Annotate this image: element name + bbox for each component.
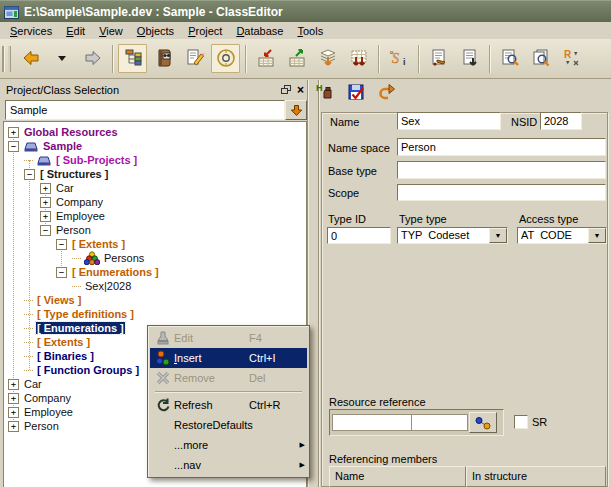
class-tree-button[interactable] [118,44,147,73]
nsid-input[interactable] [540,112,582,130]
r-nav-button[interactable]: R [557,44,586,73]
context-item-more[interactable]: ...more▶ [150,435,307,455]
tree-line [24,370,33,371]
access-type-dropdown-button[interactable]: ▼ [588,228,606,243]
collapse-toggle-icon[interactable]: − [40,225,51,236]
type-id-input[interactable] [327,227,391,244]
context-item-refresh[interactable]: RefreshCtrl+R [150,395,307,415]
project-selector-input[interactable] [5,100,285,120]
edit-form-button[interactable] [180,44,209,73]
tree-line [24,300,33,301]
tree-line [72,258,81,259]
context-item-insert[interactable]: InsertCtrl+I [150,348,307,368]
tree-item-sample[interactable]: −Sample [4,139,306,153]
tree-label: Employee [23,406,74,418]
collapse-toggle-icon[interactable]: − [24,169,35,180]
menu-objects[interactable]: Objects [130,24,181,38]
tree-item-extents[interactable]: −[ Extents ] [4,237,306,251]
type-id-label: Type ID [328,213,366,225]
menu-project[interactable]: Project [181,24,229,38]
catalog-button[interactable] [149,44,178,73]
expand-toggle-icon[interactable]: + [8,393,19,404]
menu-tools[interactable]: Tools [290,24,330,38]
tree-item-company[interactable]: +Company [4,195,306,209]
resource-reference-field-2[interactable] [412,414,468,431]
expand-toggle-icon[interactable]: + [40,183,51,194]
import-green-button[interactable] [282,44,311,73]
namespace-label: Name space [328,142,390,154]
project-selector-go-button[interactable] [285,100,307,120]
menu-database[interactable]: Database [229,24,290,38]
import-red-button[interactable] [251,44,280,73]
project-icon [23,140,39,152]
menu-item-shortcut: Ctrl+R [249,399,295,411]
toolbar-separator [418,45,419,73]
tree-item-views[interactable]: [ Views ] [4,293,306,307]
tree-item-type-definitions[interactable]: [ Type definitions ] [4,307,306,321]
chevron-down-icon: ▼ [594,232,601,239]
tree-item-person[interactable]: −Person [4,223,306,237]
submenu-arrow-icon: ▶ [295,461,305,469]
menu-services[interactable]: Services [3,24,59,38]
menu-view[interactable]: View [92,24,130,38]
sr-checkbox[interactable] [514,415,528,429]
float-panel-icon[interactable] [281,85,292,95]
tree-item-structures[interactable]: −[ Structures ] [4,167,306,181]
save-button[interactable] [346,82,366,104]
orange-down-arrow-icon [290,104,303,117]
tree-item-enumerations[interactable]: −[ Enumerations ] [4,265,306,279]
collapse-toggle-icon[interactable]: − [8,141,19,152]
search-docs-button[interactable] [526,44,555,73]
forward-button[interactable] [78,44,107,73]
back-button[interactable] [16,44,45,73]
tree-line [24,328,33,329]
back-history-button[interactable] [47,44,76,73]
script-info-button[interactable]: Soi [384,44,413,73]
expand-toggle-icon[interactable]: + [8,421,19,432]
collapse-toggle-icon[interactable]: − [56,239,67,250]
column-header-name[interactable]: Name [329,466,466,487]
column-header-in-structure[interactable]: In structure [466,466,606,487]
access-type-label: Access type [519,213,578,225]
tree-label: [ Structures ] [39,168,109,180]
doc-export-button[interactable] [455,44,484,73]
scope-input[interactable] [397,184,606,201]
doc-edit-button[interactable] [424,44,453,73]
context-item-restoredefaults[interactable]: RestoreDefaults [150,415,307,435]
tree-item-sex-2028[interactable]: Sex|2028 [4,279,306,293]
expand-toggle-icon[interactable]: + [40,211,51,222]
namespace-input[interactable] [397,138,606,156]
type-type-dropdown-button[interactable]: ▼ [489,228,507,243]
menu-edit[interactable]: Edit [59,24,92,38]
menu-item-shortcut: Del [249,372,295,384]
revert-button[interactable] [377,82,397,104]
tree-item-employee[interactable]: +Employee [4,209,306,223]
tree-item-car[interactable]: +Car [4,181,306,195]
package-down-button[interactable] [313,44,342,73]
context-item-nav[interactable]: ...nav▶ [150,455,307,475]
base-type-input[interactable] [397,161,606,179]
collapse-toggle-icon[interactable]: − [56,267,67,278]
info-disc-button[interactable] [211,44,240,73]
search-doc-button[interactable] [495,44,524,73]
name-input[interactable] [397,112,501,130]
table-down-button[interactable] [344,44,373,73]
tree-label: Sample [42,140,83,152]
history-button[interactable]: H [315,82,335,104]
access-type-dropdown[interactable]: AT CODE ▼ [517,227,607,244]
type-type-dropdown[interactable]: TYP Codeset ▼ [397,227,508,244]
expand-toggle-icon[interactable]: + [8,379,19,390]
expand-toggle-icon[interactable]: + [8,407,19,418]
tree-item-global-resources[interactable]: +Global Resources [4,125,306,139]
tree-label: [ Enumerations ] [36,322,125,334]
tree-item-persons[interactable]: Persons [4,251,306,265]
close-panel-icon[interactable]: × [297,85,304,95]
tree-item-sub-projects[interactable]: [ Sub-Projects ] [4,153,306,167]
expand-toggle-icon[interactable]: + [8,127,19,138]
toolbar-gripper[interactable] [4,46,11,72]
resource-reference-field-1[interactable] [332,414,412,431]
toolbar-separator [112,45,113,73]
docs-find-icon [531,48,551,70]
resource-reference-pick-button[interactable] [469,412,497,433]
expand-toggle-icon[interactable]: + [40,197,51,208]
